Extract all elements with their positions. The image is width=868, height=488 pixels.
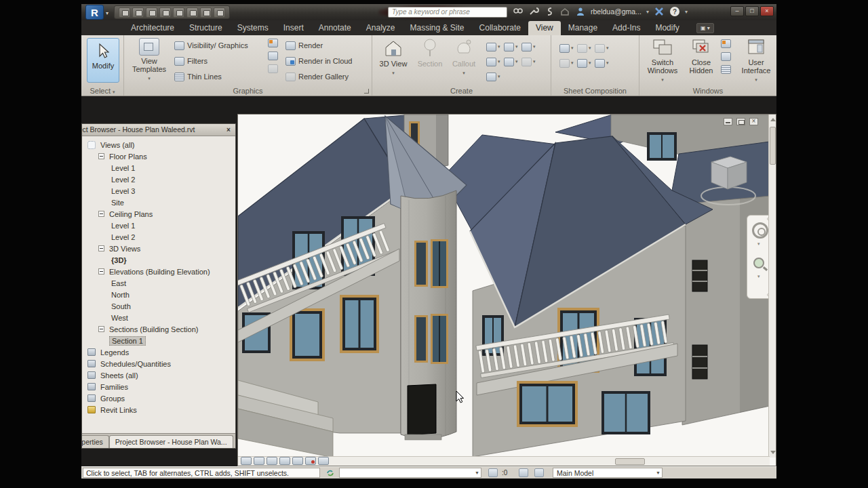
tab-architecture[interactable]: Architecture <box>123 21 182 35</box>
search-icon[interactable] <box>513 6 524 17</box>
subscription-icon[interactable] <box>544 6 555 17</box>
modify-button[interactable]: Modify <box>87 38 119 83</box>
collapse-icon[interactable] <box>98 326 104 332</box>
cut-profile-icon[interactable] <box>268 64 278 73</box>
user-menu-caret-icon[interactable]: ▾ <box>646 9 649 15</box>
schedules-icon[interactable] <box>504 43 514 52</box>
maximize-button[interactable]: □ <box>745 6 759 16</box>
tree-item-north[interactable]: North <box>82 289 235 300</box>
sync-icon[interactable] <box>146 7 157 18</box>
tree-item-level-2[interactable]: Level 2 <box>82 231 235 243</box>
title-block-icon[interactable] <box>577 44 587 53</box>
duplicate-view-icon[interactable] <box>504 58 514 66</box>
worksets-icon[interactable] <box>519 468 528 477</box>
shadows-icon[interactable] <box>292 457 303 465</box>
render-gallery-button[interactable]: Render Gallery <box>285 70 349 83</box>
collapse-icon[interactable] <box>98 245 104 251</box>
tab-collaborate[interactable]: Collaborate <box>472 21 528 35</box>
collapse-icon[interactable] <box>98 153 104 159</box>
close-button[interactable]: × <box>760 6 774 16</box>
elevation-icon[interactable] <box>486 58 496 66</box>
tab-modify[interactable]: Modify <box>648 21 686 35</box>
ribbon-display-toggle-icon[interactable]: ▣ ▾ <box>696 23 714 33</box>
tree-item-schedules-quantities[interactable]: Schedules/Quantities <box>82 358 235 369</box>
tab-annotate[interactable]: Annotate <box>311 21 359 35</box>
tab-view[interactable]: View <box>528 21 561 35</box>
tab-add-ins[interactable]: Add-Ins <box>605 21 648 35</box>
design-options-icon[interactable] <box>534 468 544 477</box>
collapse-icon[interactable] <box>98 268 104 274</box>
render-in-cloud-button[interactable]: Render in Cloud <box>285 55 353 67</box>
view-templates-button[interactable]: View Templates▾ <box>130 38 169 81</box>
scroll-down-icon[interactable] <box>770 451 776 454</box>
tree-item-floor-plans[interactable]: Floor Plans <box>82 150 235 162</box>
open-icon[interactable] <box>119 7 130 18</box>
panel-tab-project-browser-house-plan-wa-[interactable]: Project Browser - House Plan Wa... <box>109 435 233 448</box>
editing-requests-icon[interactable] <box>488 468 498 477</box>
view-close-icon[interactable] <box>749 118 758 125</box>
switch-windows-button[interactable]: Switch Windows▾ <box>644 38 682 83</box>
signed-in-user[interactable]: rbeldua@gma... <box>591 7 642 16</box>
filters-button[interactable]: Filters <box>174 55 208 67</box>
project-browser-close-icon[interactable]: × <box>224 125 233 134</box>
scroll-up-icon[interactable] <box>770 118 776 121</box>
undo-icon[interactable] <box>159 7 171 18</box>
detail-level-icon[interactable] <box>254 457 264 465</box>
matchline-icon[interactable] <box>577 59 587 68</box>
tree-item-sheets-all-[interactable]: Sheets (all) <box>82 369 235 381</box>
tree-item-3d-views[interactable]: 3D Views <box>82 243 235 254</box>
tree-item-sections-building-section-[interactable]: Sections (Building Section) <box>82 323 235 335</box>
tree-item-revit-links[interactable]: Revit Links <box>82 404 235 415</box>
minimize-button[interactable]: – <box>730 6 744 16</box>
revisions-icon[interactable] <box>595 44 605 53</box>
tree-item-level-2[interactable]: Level 2 <box>82 174 235 185</box>
callout-button[interactable]: Callout▾ <box>448 38 479 76</box>
tile-icon[interactable] <box>721 65 731 74</box>
guide-grid-icon[interactable] <box>559 59 570 68</box>
wheel-options-caret-icon[interactable]: ▾ <box>757 241 760 247</box>
drafting-view-icon[interactable] <box>521 43 532 52</box>
measure-icon[interactable] <box>200 7 212 18</box>
new-sheet-icon[interactable] <box>559 44 570 53</box>
tab-analyze[interactable]: Analyze <box>359 21 403 35</box>
tree-item-site[interactable]: Site <box>82 197 235 208</box>
panel-tab-properties[interactable]: Properties <box>82 435 109 448</box>
cascade-icon[interactable] <box>721 52 731 61</box>
exchange-apps-icon[interactable] <box>654 6 665 17</box>
design-option-dropdown[interactable]: Main Model▼ <box>553 468 663 478</box>
worksharing-sync-icon[interactable] <box>326 468 335 478</box>
customize-qat-icon[interactable] <box>214 7 225 18</box>
tree-item-ceiling-plans[interactable]: Ceiling Plans <box>82 208 235 220</box>
graphics-dialog-launcher-icon[interactable] <box>364 89 369 94</box>
tree-item-families[interactable]: Families <box>82 381 235 392</box>
tree-item-south[interactable]: South <box>82 300 235 312</box>
project-browser-header[interactable]: Project Browser - House Plan Waleed.rvt … <box>82 124 235 136</box>
house-3d-model[interactable] <box>238 115 770 458</box>
horizontal-scroll-thumb[interactable] <box>615 458 645 465</box>
sun-path-icon[interactable] <box>279 457 290 465</box>
zoom-options-caret-icon[interactable]: ▾ <box>757 274 760 279</box>
tree-item-views-all-[interactable]: Views (all) <box>82 139 235 150</box>
viewports-icon[interactable] <box>595 59 605 68</box>
help-search-input[interactable]: Type a keyword or phrase <box>388 7 507 18</box>
close-hidden-button[interactable]: Close Hidden <box>684 38 718 75</box>
plan-views-icon[interactable] <box>486 43 496 52</box>
app-menu-caret-icon[interactable]: ▾ <box>106 10 108 16</box>
steering-wheel-icon[interactable] <box>752 222 768 239</box>
zoom-region-icon[interactable] <box>753 258 764 268</box>
replicate-icon[interactable] <box>721 39 731 48</box>
sign-in-person-icon[interactable] <box>575 6 586 17</box>
tab-insert[interactable]: Insert <box>276 21 311 35</box>
drawing-area-3d-view[interactable]: ▾ ▾ <box>237 114 776 466</box>
tree-item-east[interactable]: East <box>82 277 235 289</box>
tree-item--3d-[interactable]: {3D} <box>82 254 235 266</box>
remove-hidden-lines-icon[interactable] <box>268 52 278 60</box>
save-icon[interactable] <box>132 7 144 18</box>
3d-view-button[interactable]: 3D View▾ <box>378 38 409 76</box>
revit-app-menu-icon[interactable]: R <box>85 5 104 20</box>
horizontal-scrollbar[interactable] <box>238 456 770 466</box>
vertical-scroll-thumb[interactable] <box>770 127 776 165</box>
help-menu-caret-icon[interactable]: ▾ <box>685 9 688 15</box>
tree-item-west[interactable]: West <box>82 312 235 323</box>
tree-item-legends[interactable]: Legends <box>82 346 235 358</box>
